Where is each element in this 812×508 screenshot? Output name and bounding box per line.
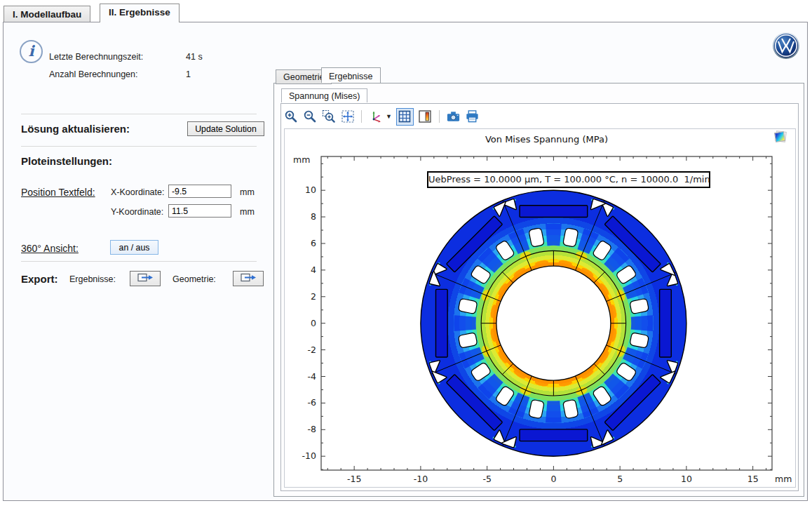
export-results-label: Ergebnisse: [69, 274, 116, 284]
cooling-hole [563, 400, 578, 418]
cooling-hole [630, 299, 649, 314]
y-axis-unit: mm [293, 154, 310, 165]
zoom-box-icon[interactable] [321, 109, 336, 124]
view-dropdown-caret[interactable]: ▼ [386, 113, 392, 120]
y-coordinate-input[interactable] [168, 204, 231, 218]
y-tick-label: 10 [305, 185, 316, 195]
x-coordinate-input[interactable] [168, 185, 231, 198]
plot-settings-heading: Ploteinstellungen: [21, 155, 112, 167]
y-coordinate-unit: mm [240, 207, 255, 217]
x-tick-label: 10 [681, 474, 692, 484]
view-axes-icon[interactable] [368, 109, 383, 124]
x-tick-label: -15 [347, 474, 361, 484]
last-computation-value: 41 s [186, 52, 203, 62]
view-360-label: 360° Ansicht: [21, 243, 79, 254]
view-360-toggle-button[interactable]: an / aus [110, 240, 158, 255]
magnet-slot [660, 289, 672, 357]
computation-count-label: Anzahl Berechnungen: [49, 69, 137, 79]
magnet-slot [520, 429, 588, 441]
last-computation-label: Letzte Berechnungszeit: [49, 52, 143, 62]
grid-icon[interactable] [396, 108, 414, 126]
y-tick-label: -8 [308, 424, 317, 434]
position-textfield-label: Position Textfeld: [21, 187, 95, 198]
y-tick-label: 2 [311, 291, 316, 302]
export-heading: Export: [21, 273, 58, 285]
contour-wedge [546, 224, 562, 246]
tab-modellaufbau[interactable]: I. Modellaufbau [4, 6, 90, 22]
cooling-hole [529, 400, 544, 418]
update-solution-button[interactable]: Update Solution [187, 121, 264, 136]
cooling-hole [529, 228, 544, 246]
tab-ergebnisse[interactable]: II. Ergebnisse [100, 4, 180, 22]
plot-thumbnail-icon[interactable] [774, 131, 785, 142]
print-icon[interactable] [465, 109, 480, 124]
x-tick-label: -10 [414, 474, 428, 484]
y-coordinate-label: Y-Koordinate: [111, 207, 163, 217]
contour-wedge [631, 315, 654, 331]
export-geometry-label: Geometrie: [172, 274, 216, 284]
cooling-hole [563, 228, 578, 246]
shaft-bore [496, 266, 611, 380]
x-axis-unit: mm [775, 474, 792, 484]
cooling-hole [459, 333, 477, 348]
magnet-slot [436, 289, 448, 357]
x-tick-label: -5 [482, 474, 491, 484]
x-tick-label: 15 [747, 474, 759, 484]
color-legend-icon[interactable] [418, 109, 433, 124]
export-geometry-button[interactable] [233, 271, 264, 286]
x-tick-label: 5 [617, 474, 623, 484]
tab-spannung-mises[interactable]: Spannung (Mises) [281, 88, 367, 102]
toolbar-separator [361, 110, 362, 123]
cooling-hole [459, 299, 477, 314]
y-tick-label: 4 [311, 265, 316, 275]
x-tick-label: 0 [550, 474, 556, 484]
zoom-in-icon[interactable] [283, 109, 298, 124]
application-window: I. Modellaufbau II. Ergebnisse i Letzte … [0, 0, 812, 508]
zoom-extents-icon[interactable] [340, 109, 355, 124]
computation-count-value: 1 [186, 69, 191, 79]
cooling-hole [630, 333, 649, 348]
x-coordinate-label: X-Koordinate: [111, 187, 164, 197]
snapshot-icon[interactable] [446, 109, 461, 124]
y-tick-label: -6 [308, 397, 317, 408]
update-solution-label: Lösung aktualisieren: [21, 123, 130, 135]
y-tick-label: 0 [311, 318, 316, 328]
plot-title: Von Mises Spannung (MPa) [321, 134, 772, 145]
divider [21, 114, 257, 114]
plot-toolbar: ▼ [283, 107, 480, 126]
y-tick-label: 6 [311, 238, 316, 248]
y-tick-label: 8 [311, 211, 316, 222]
y-tick-label: -4 [308, 371, 317, 382]
info-icon: i [20, 40, 43, 63]
y-tick-label: -2 [308, 345, 316, 355]
zoom-out-icon[interactable] [302, 109, 317, 124]
magnet-slot [520, 206, 588, 218]
toolbar-separator [439, 110, 440, 123]
tab-ergebnisse-inner[interactable]: Ergebnisse [321, 67, 381, 83]
contour-wedge [454, 315, 476, 331]
plot-annotation: UebPress = 10.0000 µm, T = 100.000 °C, n… [427, 171, 710, 188]
x-coordinate-unit: mm [240, 187, 255, 197]
divider [21, 261, 257, 262]
export-results-button[interactable] [130, 271, 161, 286]
plot-canvas[interactable]: Von Mises Spannung (MPa) -15-10-50510151… [284, 128, 796, 488]
vw-logo [772, 32, 800, 60]
contour-wedge [546, 401, 562, 423]
export-icon [240, 272, 257, 283]
y-tick-label: -10 [302, 450, 316, 461]
divider [21, 146, 257, 147]
export-icon [137, 272, 154, 283]
